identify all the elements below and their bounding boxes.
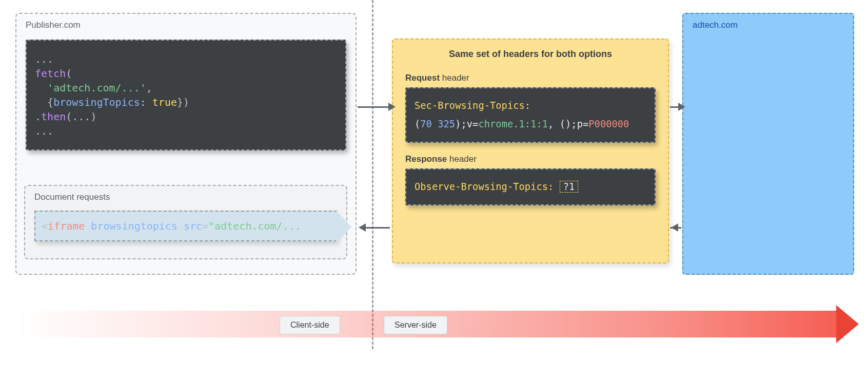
code-text: Observe-Browsing-Topics:	[415, 181, 554, 192]
code-text: true	[152, 96, 177, 108]
client-side-pill: Client-side	[280, 316, 340, 334]
code-text: ,	[548, 119, 560, 129]
code-text: ,	[146, 82, 152, 94]
code-text: (	[66, 67, 72, 80]
adtech-panel: adtech.com	[682, 13, 854, 275]
code-text: fetch	[35, 67, 66, 80]
arrow-segment	[670, 227, 681, 229]
label-text: header	[440, 73, 469, 83]
publisher-label: Publisher.com	[16, 14, 356, 33]
response-value-placeholder: ?1	[560, 181, 579, 193]
adtech-label: adtech.com	[683, 14, 853, 33]
code-text: }	[177, 96, 183, 108]
document-requests-label: Document requests	[25, 186, 346, 206]
code-text: ...	[35, 125, 53, 137]
server-side-pill: Server-side	[384, 316, 447, 334]
code-text: browsingTopics	[53, 96, 140, 108]
code-text: chrome.1:1:1	[478, 119, 548, 129]
code-text: )	[183, 96, 189, 108]
response-header-label: Response header	[405, 154, 656, 164]
headers-panel-title: Same set of headers for both options	[405, 49, 656, 60]
code-text: 70	[420, 119, 432, 129]
code-text: P000000	[588, 119, 629, 129]
code-text: :	[140, 96, 152, 108]
code-text: {	[47, 96, 53, 108]
client-server-divider	[372, 0, 373, 349]
label-bold: Request	[405, 73, 440, 83]
code-text: ();	[560, 119, 577, 129]
headers-panel: Same set of headers for both options Req…	[392, 39, 669, 263]
code-text: (	[415, 119, 420, 129]
code-text: "adtech.com/...	[208, 220, 301, 232]
arrow-left-icon	[366, 227, 390, 229]
code-text: p=	[577, 119, 589, 129]
iframe-snippet: <iframe browsingtopics src="adtech.com/.…	[34, 211, 337, 241]
code-text: )	[455, 119, 461, 129]
code-text: ...	[35, 53, 53, 65]
fetch-code-box: ... fetch( 'adtech.com/...', {browsingTo…	[26, 40, 346, 150]
arrow-right-icon	[358, 106, 388, 108]
code-text: (...)	[66, 110, 96, 123]
code-text: then	[41, 110, 66, 123]
code-text: <	[42, 220, 48, 232]
code-text	[432, 119, 438, 129]
code-text: .	[35, 110, 41, 123]
code-text: browsingtopics	[91, 220, 177, 232]
label-text: header	[447, 154, 477, 164]
code-text: 'adtech.com/...'	[47, 82, 146, 94]
code-text: =	[202, 220, 208, 232]
code-text: iframe	[48, 220, 85, 232]
request-header-box: Sec-Browsing-Topics: (70 325);v=chrome.1…	[405, 87, 656, 143]
diagram-canvas: Publisher.com ... fetch( 'adtech.com/...…	[0, 0, 868, 377]
document-requests-panel: Document requests <iframe browsingtopics…	[24, 185, 347, 259]
code-text: src	[184, 220, 202, 232]
arrow-right-icon	[670, 106, 678, 108]
code-text: 325	[438, 119, 455, 129]
code-text: ;v=	[461, 119, 478, 129]
request-header-label: Request header	[405, 73, 656, 83]
code-text: Sec-Browsing-Topics:	[415, 100, 530, 111]
label-bold: Response	[405, 154, 447, 164]
response-header-box: Observe-Browsing-Topics: ?1	[405, 168, 656, 205]
